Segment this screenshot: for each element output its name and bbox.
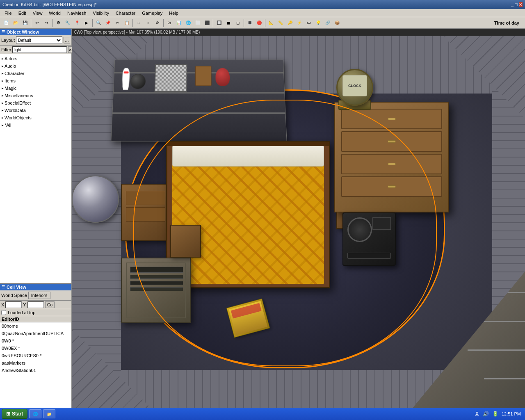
menu-gameplay[interactable]: Gameplay bbox=[139, 10, 165, 16]
tree-item-worlddata[interactable]: ▸ WorldData bbox=[1, 107, 71, 114]
tb-btn11[interactable]: ↔ bbox=[134, 18, 143, 27]
cell-item-0w0ex[interactable]: 0W0EX * bbox=[0, 345, 71, 352]
tb-btn30[interactable]: 🔗 bbox=[323, 18, 332, 27]
layout-label: Layout bbox=[1, 38, 15, 43]
tb-sep2 bbox=[52, 19, 52, 27]
world-space-label: World Space bbox=[1, 293, 27, 298]
tree-item-all[interactable]: ▸ *All bbox=[1, 121, 71, 129]
menu-file[interactable]: File bbox=[2, 10, 15, 16]
tree-label-specialeffect: SpecialEffect bbox=[5, 100, 31, 106]
tb-btn22[interactable]: 🔳 bbox=[245, 18, 254, 27]
minimize-btn[interactable]: _ bbox=[511, 2, 514, 7]
tb-btn23[interactable]: 🔴 bbox=[255, 18, 264, 27]
tree-item-items[interactable]: ▸ Items bbox=[1, 77, 71, 84]
taskbar-app-folder[interactable]: 📁 bbox=[43, 409, 55, 418]
layout-options-btn[interactable]: … bbox=[64, 37, 70, 43]
cell-item-0wresources[interactable]: 0wRESOURCES0 * bbox=[0, 352, 71, 359]
cell-view: ☰ Cell View World Space Interiors X Y Go… bbox=[0, 284, 71, 411]
cell-item-0quaz[interactable]: 0QuazNoirApartmentDUPLICA bbox=[0, 330, 71, 337]
tree-item-magic[interactable]: ▸ Magic bbox=[1, 84, 71, 92]
tb-open[interactable]: 📂 bbox=[11, 18, 20, 27]
tree-label-all: *All bbox=[5, 122, 11, 128]
tb-btn12[interactable]: ↕ bbox=[144, 18, 153, 27]
tree-item-character[interactable]: ▸ Character bbox=[1, 70, 71, 77]
tb-btn26[interactable]: 🔑 bbox=[285, 18, 294, 27]
tb-new[interactable]: 📄 bbox=[2, 18, 11, 27]
tree-item-specialeffect[interactable]: ▸ SpecialEffect bbox=[1, 99, 71, 107]
tb-sep6 bbox=[213, 19, 213, 27]
tb-btn19[interactable]: 🔲 bbox=[215, 18, 224, 27]
tb-sep1 bbox=[31, 19, 31, 27]
tree-item-actors[interactable]: ▸ Actors bbox=[1, 55, 71, 62]
cell-item-andrewstation[interactable]: AndrewStation01 bbox=[0, 367, 71, 374]
object-window-title: ☰ Object Window bbox=[0, 29, 71, 35]
tb-btn18[interactable]: ⬛ bbox=[203, 18, 212, 27]
tb-btn29[interactable]: 💡 bbox=[314, 18, 323, 27]
tb-btn6[interactable]: ▶ bbox=[82, 18, 91, 27]
tb-btn14[interactable]: 🗂 bbox=[165, 18, 174, 27]
tb-btn25[interactable]: 📏 bbox=[276, 18, 285, 27]
tree-label-worldobjects: WorldObjects bbox=[5, 114, 32, 121]
tb-btn9[interactable]: ✂ bbox=[113, 18, 122, 27]
menu-navmesh[interactable]: NavMesh bbox=[64, 10, 89, 16]
tb-btn17[interactable]: ⬜ bbox=[193, 18, 202, 27]
menu-help[interactable]: Help bbox=[166, 10, 181, 16]
menu-world[interactable]: World bbox=[46, 10, 64, 16]
maximize-btn[interactable]: □ bbox=[515, 2, 518, 7]
menu-character[interactable]: Character bbox=[113, 10, 138, 16]
tb-btn28[interactable]: 🏷 bbox=[304, 18, 313, 27]
cell-item-0w0[interactable]: 0W0 * bbox=[0, 337, 71, 345]
cell-item-00home[interactable]: 00home bbox=[0, 322, 71, 330]
x-input[interactable] bbox=[5, 301, 22, 308]
tb-btn4[interactable]: 🔧 bbox=[63, 18, 72, 27]
cell-item-aaamarkers[interactable]: aaaMarkers bbox=[0, 359, 71, 367]
go-btn[interactable]: Go bbox=[45, 301, 55, 308]
trunk-chest bbox=[121, 258, 191, 323]
taskbar-volume-icon: 🔊 bbox=[483, 411, 489, 417]
tree-item-audio[interactable]: ▸ Audio bbox=[1, 62, 71, 70]
tb-save[interactable]: 💾 bbox=[21, 18, 30, 27]
tb-btn10[interactable]: 📋 bbox=[122, 18, 131, 27]
tb-btn24[interactable]: 📐 bbox=[267, 18, 276, 27]
tb-btn31[interactable]: 📦 bbox=[333, 18, 342, 27]
loaded-row: Loaded at top bbox=[0, 309, 71, 316]
bed-mattress bbox=[172, 164, 324, 284]
clock-face: CLOCK bbox=[342, 75, 367, 96]
viewport-canvas[interactable]: CLOCK bbox=[72, 36, 525, 411]
loaded-checkbox[interactable] bbox=[1, 310, 6, 315]
tb-sep5 bbox=[163, 19, 164, 27]
tb-btn13[interactable]: ⟳ bbox=[153, 18, 162, 27]
interiors-btn[interactable]: Interiors bbox=[28, 292, 50, 299]
x-label: X bbox=[1, 302, 4, 307]
left-panel: ☰ Object Window Layout Default … Filter … bbox=[0, 29, 72, 411]
close-btn[interactable]: ✕ bbox=[519, 2, 523, 7]
time-of-day-label: Time of day bbox=[494, 21, 523, 25]
cell-list-container: EditorID 00home 0QuazNoirApartmentDUPLIC… bbox=[0, 316, 71, 411]
menu-visibility[interactable]: Visibility bbox=[90, 10, 112, 16]
tb-btn15[interactable]: 📊 bbox=[174, 18, 183, 27]
nightstand-left bbox=[121, 184, 170, 241]
tree-item-miscellaneous[interactable]: ▸ Miscellaneous bbox=[1, 92, 71, 99]
y-input[interactable] bbox=[27, 301, 44, 308]
tb-btn27[interactable]: ⚡ bbox=[295, 18, 304, 27]
menu-view[interactable]: View bbox=[30, 10, 46, 16]
alarm-clock: CLOCK bbox=[334, 69, 375, 110]
taskbar-app-ie[interactable]: 🌐 bbox=[29, 409, 41, 418]
tb-undo[interactable]: ↩ bbox=[32, 18, 41, 27]
main-layout: ☰ Object Window Layout Default … Filter … bbox=[0, 29, 525, 411]
tb-btn21[interactable]: ◻ bbox=[233, 18, 242, 27]
tb-sep7 bbox=[244, 19, 244, 27]
tb-btn3[interactable]: ⚙ bbox=[54, 18, 63, 27]
title-bar: Creation Kit 64-bit - [WOLFENSTEIN.esp.e… bbox=[0, 0, 525, 9]
tb-btn16[interactable]: 🌐 bbox=[184, 18, 193, 27]
layout-select[interactable]: Default bbox=[16, 37, 62, 44]
tb-btn20[interactable]: ◼ bbox=[224, 18, 233, 27]
start-button[interactable]: ⊞ Start bbox=[2, 409, 27, 419]
tb-btn5[interactable]: 📍 bbox=[73, 18, 82, 27]
menu-edit[interactable]: Edit bbox=[16, 10, 29, 16]
tree-item-worldobjects[interactable]: ▸ WorldObjects bbox=[1, 114, 71, 121]
filter-input[interactable] bbox=[12, 46, 67, 53]
tb-btn7[interactable]: 🔍 bbox=[94, 18, 103, 27]
tb-redo[interactable]: ↪ bbox=[42, 18, 51, 27]
tb-btn8[interactable]: 📌 bbox=[103, 18, 112, 27]
